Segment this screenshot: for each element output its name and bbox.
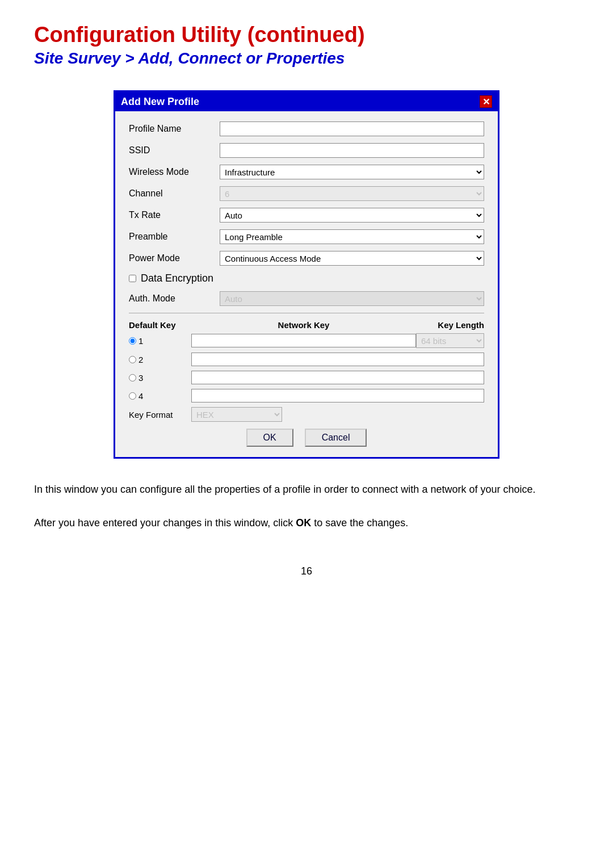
power-mode-select[interactable]: Continuous Access Mode Power Save Mode <box>220 251 484 266</box>
preamble-row: Preamble Long Preamble Short Preamble <box>129 229 484 244</box>
key2-input[interactable] <box>191 353 484 366</box>
cancel-button[interactable]: Cancel <box>305 429 367 447</box>
key4-label: 4 <box>138 391 143 401</box>
key3-row: 3 <box>129 371 484 384</box>
key-format-select-wrapper: HEX ASCII <box>191 407 282 422</box>
key-length-select[interactable]: 64 bits 128 bits <box>416 333 484 348</box>
dialog-titlebar: Add New Profile ✕ <box>115 92 498 111</box>
channel-row: Channel 6 <box>129 186 484 201</box>
default-key-header: Default Key <box>129 320 191 330</box>
key3-input[interactable] <box>191 371 484 384</box>
key-length-header: Key Length <box>416 320 484 330</box>
preamble-select[interactable]: Long Preamble Short Preamble <box>220 229 484 244</box>
key-format-label: Key Format <box>129 410 191 420</box>
power-mode-select-wrapper: Continuous Access Mode Power Save Mode <box>220 251 484 266</box>
tx-rate-row: Tx Rate Auto <box>129 208 484 223</box>
ssid-row: SSID <box>129 143 484 158</box>
auth-mode-row: Auth. Mode Auto <box>129 291 484 306</box>
dialog-body: Profile Name SSID Wireless Mode Infrastr… <box>115 111 498 457</box>
power-mode-row: Power Mode Continuous Access Mode Power … <box>129 251 484 266</box>
key2-label: 2 <box>138 355 143 364</box>
auth-mode-label: Auth. Mode <box>129 293 220 304</box>
wireless-mode-label: Wireless Mode <box>129 167 220 177</box>
close-button[interactable]: ✕ <box>480 95 492 108</box>
key1-radio[interactable] <box>129 337 136 345</box>
key1-radio-label: 1 <box>129 336 191 346</box>
dialog-title: Add New Profile <box>121 96 199 108</box>
channel-select-wrapper: 6 <box>220 186 484 201</box>
profile-name-input[interactable] <box>220 121 484 136</box>
wireless-mode-select-wrapper: Infrastructure Ad-Hoc <box>220 165 484 179</box>
key3-label: 3 <box>138 373 143 383</box>
ssid-input[interactable] <box>220 143 484 158</box>
key4-input[interactable] <box>191 389 484 402</box>
tx-rate-select-wrapper: Auto <box>220 208 484 223</box>
key-header-row: Default Key Network Key Key Length <box>129 320 484 330</box>
network-key-header: Network Key <box>191 320 416 330</box>
key2-radio-label: 2 <box>129 355 191 364</box>
description2-bold: OK <box>296 517 311 529</box>
data-encryption-checkbox[interactable] <box>129 275 136 282</box>
tx-rate-label: Tx Rate <box>129 210 220 220</box>
key3-radio[interactable] <box>129 374 136 381</box>
key-format-row: Key Format HEX ASCII <box>129 407 484 422</box>
page-number: 16 <box>34 565 579 577</box>
key4-radio-label: 4 <box>129 391 191 401</box>
channel-label: Channel <box>129 188 220 199</box>
page-subtitle: Site Survey > Add, Connect or Properties <box>34 49 579 68</box>
key1-input[interactable] <box>191 334 416 347</box>
key2-row: 2 <box>129 353 484 366</box>
description1: In this window you can configure all the… <box>34 481 579 498</box>
section-divider <box>129 313 484 313</box>
tx-rate-select[interactable]: Auto <box>220 208 484 223</box>
ok-button[interactable]: OK <box>246 429 293 447</box>
wireless-mode-select[interactable]: Infrastructure Ad-Hoc <box>220 165 484 179</box>
preamble-select-wrapper: Long Preamble Short Preamble <box>220 229 484 244</box>
btn-row: OK Cancel <box>129 429 484 447</box>
key1-row: 1 64 bits 128 bits <box>129 333 484 348</box>
description2: After you have entered your changes in t… <box>34 515 579 531</box>
wireless-mode-row: Wireless Mode Infrastructure Ad-Hoc <box>129 165 484 179</box>
data-encryption-label: Data Encryption <box>141 272 213 284</box>
description2-suffix: to save the changes. <box>311 517 408 529</box>
profile-name-row: Profile Name <box>129 121 484 136</box>
ssid-label: SSID <box>129 145 220 156</box>
key4-radio[interactable] <box>129 392 136 400</box>
profile-name-label: Profile Name <box>129 124 220 134</box>
preamble-label: Preamble <box>129 232 220 242</box>
key-format-select[interactable]: HEX ASCII <box>191 407 282 422</box>
auth-mode-select-wrapper: Auto <box>220 291 484 306</box>
channel-select[interactable]: 6 <box>220 186 484 201</box>
key4-row: 4 <box>129 389 484 402</box>
power-mode-label: Power Mode <box>129 253 220 263</box>
data-encryption-row: Data Encryption <box>129 272 484 284</box>
page-title: Configuration Utility (continued) <box>34 23 579 47</box>
description2-prefix: After you have entered your changes in t… <box>34 517 296 529</box>
key2-radio[interactable] <box>129 356 136 363</box>
auth-mode-select[interactable]: Auto <box>220 291 484 306</box>
key1-label: 1 <box>138 336 143 346</box>
key-length-select-wrapper: 64 bits 128 bits <box>416 333 484 348</box>
key3-radio-label: 3 <box>129 373 191 383</box>
add-new-profile-dialog: Add New Profile ✕ Profile Name SSID Wire… <box>114 90 499 459</box>
